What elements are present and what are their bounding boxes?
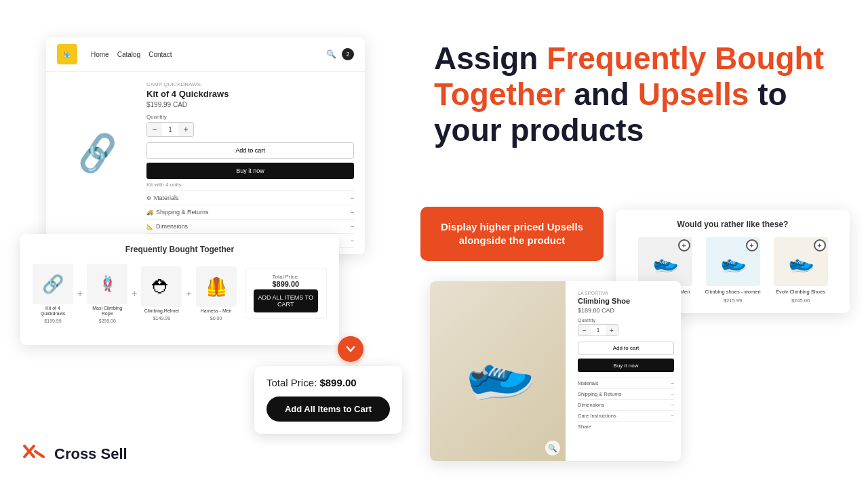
shoe-acc-dimensions[interactable]: Dimensions− [578, 399, 674, 410]
headline-part1: Assign [434, 41, 547, 76]
upsell-product-img-1: 👟 + [638, 237, 692, 286]
qty-plus[interactable]: + [178, 122, 193, 137]
crosssell-name: Cross Sell [54, 445, 127, 463]
fbt-product-1: 🔗 Kit of 4 Quickdraws $199.99 [33, 264, 73, 323]
buy-it-now-button[interactable]: Buy it now [146, 163, 354, 179]
upsell-add-3[interactable]: + [814, 239, 826, 251]
upsell-product-name-2: Climbing shoes - women [705, 289, 760, 295]
shoe-add-to-cart-button[interactable]: Add to cart [578, 342, 674, 355]
headline-highlight2: Upsells [638, 77, 749, 112]
shoe-acc-materials[interactable]: Materials− [578, 378, 674, 388]
shoe-product-mockup: 👟 🔍 LA SPORTIVA Climbing Shoe $189.00 CA… [430, 281, 681, 461]
store-logo: 🏪 [57, 44, 77, 64]
upsell-product-2: 👟 + Climbing shoes - women $215.99 [703, 237, 763, 304]
upsell-add-2[interactable]: + [746, 239, 758, 251]
quantity-control[interactable]: − 1 + [146, 122, 194, 137]
shoe-product-info: LA SPORTIVA Climbing Shoe $189.00 CAD Qu… [571, 281, 681, 461]
qty-minus[interactable]: − [147, 122, 162, 137]
cart-icon[interactable]: 2 [342, 48, 354, 60]
fbt-plus-1: + [77, 288, 83, 299]
total-price-line: Total Price: $899.00 [267, 377, 390, 388]
fbt-product-4: 🦺 Harness - Men $0.00 [196, 266, 237, 320]
acc-shipping[interactable]: 🚚Shipping & Returns − [146, 205, 354, 219]
shoe-emoji: 👟 [455, 329, 540, 413]
fbt-product-price-3: $149.99 [153, 316, 170, 321]
fbt-product-price-2: $299.00 [99, 319, 116, 323]
shoe-acc-care[interactable]: Care Instructions− [578, 410, 674, 421]
product-page-mockup: 🏪 Home Catalog Contact 🔍 2 🔗 CAMP QUICKD… [46, 37, 365, 254]
shoe-qty-label: Quantity [578, 318, 674, 323]
shoe-title: Climbing Shoe [578, 297, 674, 305]
upsell-product-img-2: 👟 + [706, 237, 760, 286]
acc-dimensions[interactable]: 📐Dimensions − [146, 219, 354, 233]
headline-part2: and [565, 77, 637, 112]
fbt-total-label: Total Price: [254, 274, 318, 280]
fbt-products: 🔗 Kit of 4 Quickdraws $199.99 + 🪢 Maxi C… [33, 264, 327, 323]
shoe-brand: LA SPORTIVA [578, 291, 674, 296]
total-price-card: Total Price: $899.00 Add All Items to Ca… [254, 366, 402, 434]
nav-contact[interactable]: Contact [149, 51, 172, 58]
fbt-product-price-4: $0.00 [210, 316, 222, 321]
fbt-total-box: Total Price: $899.00 ADD ALL ITEMS TO CA… [245, 268, 327, 319]
add-all-items-button[interactable]: Add All Items to Cart [267, 396, 390, 422]
shoe-main-image: 👟 🔍 [430, 281, 566, 461]
shoe-acc-shipping[interactable]: Shipping & Returns− [578, 388, 674, 399]
kit-note: Kit with 4 units [146, 182, 354, 188]
shoe-price: $189.00 CAD [578, 307, 674, 314]
fbt-title: Frequently Bought Together [33, 245, 327, 254]
fbt-add-button[interactable]: ADD ALL ITEMS TO CART [254, 289, 318, 312]
fbt-plus-2: + [132, 288, 137, 299]
fbt-product-img-4: 🦺 [196, 266, 237, 307]
search-icon[interactable]: 🔍 [326, 49, 336, 59]
right-panel: Assign Frequently Bought Together and Up… [407, 0, 868, 488]
fbt-plus-3: + [186, 288, 191, 299]
upsell-product-3: 👟 + Evolv Climbing Shoes $245.00 [771, 237, 831, 304]
product-image: 🔗 [57, 79, 138, 228]
upsell-widget-title: Would you rather like these? [627, 220, 839, 229]
total-price-value: $899.00 [319, 377, 356, 388]
shoe-quantity-control[interactable]: − 1 + [578, 324, 618, 336]
product-brand: CAMP QUICKDRAWS [146, 81, 354, 87]
nav-icons: 🔍 2 [326, 48, 354, 60]
shoe-acc-share[interactable]: Share [578, 421, 674, 432]
left-panel: 🏪 Home Catalog Contact 🔍 2 🔗 CAMP QUICKD… [0, 0, 407, 488]
fbt-product-img-1: 🔗 [33, 264, 73, 304]
fbt-product-img-2: 🪢 [87, 264, 127, 304]
upsell-cta-text: Display higher priced Upsells alongside … [433, 220, 591, 248]
qty-label: Quantity [146, 114, 354, 120]
shoe-buy-it-now-button[interactable]: Buy it now [578, 359, 674, 372]
headline-text: Assign Frequently Bought Together and Up… [434, 41, 827, 148]
fbt-product-3: ⛑ Climbing Helmet $149.99 [141, 266, 182, 320]
shoe-qty-minus[interactable]: − [578, 324, 591, 336]
nav-home[interactable]: Home [91, 51, 109, 58]
shoe-qty-value: 1 [591, 324, 606, 336]
search-zoom-icon[interactable]: 🔍 [545, 441, 560, 455]
upsell-product-img-3: 👟 + [774, 237, 828, 286]
mockup-nav: 🏪 Home Catalog Contact 🔍 2 [46, 37, 365, 72]
product-price: $199.99 CAD [146, 101, 354, 108]
fbt-product-name-1: Kit of 4 Quickdraws [33, 306, 73, 317]
qty-value: 1 [162, 122, 178, 137]
fbt-total-price: $899.00 [254, 280, 318, 288]
nav-catalog[interactable]: Catalog [117, 51, 140, 58]
fbt-product-price-1: $199.99 [44, 319, 61, 323]
shoe-accordion: Materials− Shipping & Returns− Dimension… [578, 378, 674, 432]
add-to-cart-button[interactable]: Add to cart [146, 142, 354, 159]
upsell-product-name-3: Evolv Climbing Shoes [776, 289, 825, 295]
headline: Assign Frequently Bought Together and Up… [434, 41, 827, 148]
nav-links: Home Catalog Contact [91, 51, 172, 58]
fbt-product-img-3: ⛑ [141, 266, 182, 307]
fbt-product-2: 🪢 Maxi Climbing Rope $299.00 [87, 264, 127, 323]
crosssell-logo: Cross Sell [20, 441, 127, 468]
upsell-cta-box: Display higher priced Upsells alongside … [420, 207, 604, 261]
crosssell-icon [20, 441, 47, 468]
acc-materials[interactable]: ⚙Materials − [146, 190, 354, 205]
product-info: CAMP QUICKDRAWS Kit of 4 Quickdraws $199… [146, 79, 354, 254]
product-title: Kit of 4 Quickdraws [146, 89, 354, 99]
fbt-product-name-4: Harness - Men [201, 308, 232, 314]
upsell-add-1[interactable]: + [678, 239, 690, 251]
fbt-product-name-2: Maxi Climbing Rope [87, 306, 127, 317]
chevron-down-circle[interactable] [338, 336, 363, 362]
shoe-qty-plus[interactable]: + [606, 324, 618, 336]
upsell-product-price-2: $215.99 [724, 298, 742, 304]
